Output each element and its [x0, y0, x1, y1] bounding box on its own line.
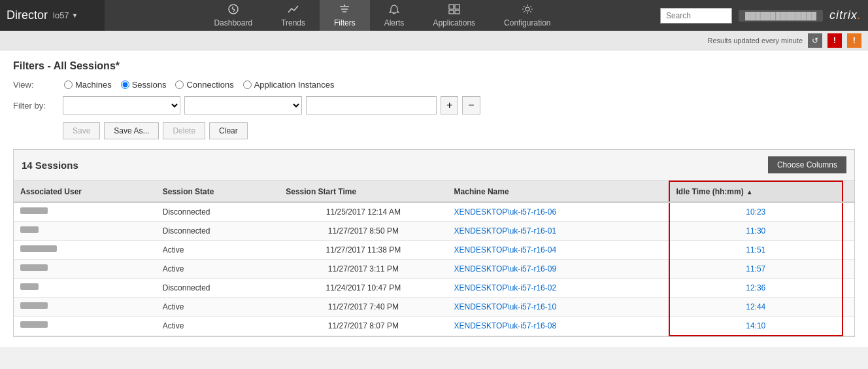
alert-red-button[interactable]: ! — [827, 33, 842, 48]
cell-idle-time: 10:23 — [669, 202, 843, 222]
cell-spacer — [843, 241, 854, 260]
nav-label-filters: Filters — [334, 18, 356, 27]
refresh-button[interactable]: ↺ — [808, 33, 822, 48]
cell-machine[interactable]: XENDESKTOP\uk-i57-r16-01 — [448, 222, 669, 241]
cell-start-time: 11/27/2017 8:07 PM — [279, 317, 447, 336]
cell-session-state: Disconnected — [156, 222, 279, 241]
col-idle-time[interactable]: Idle Time (hh:mm)▲ — [669, 181, 843, 202]
brand-title: Director — [7, 9, 48, 22]
save-as-button[interactable]: Save As... — [104, 122, 159, 139]
col-spacer — [843, 181, 854, 202]
nav-items: Dashboard Trends Filters Alerts Applicat… — [105, 0, 660, 31]
cell-session-state: Disconnected — [156, 202, 279, 222]
radio-sessions[interactable] — [121, 80, 129, 89]
table-row: ██████ Active 11/27/2017 8:07 PM XENDESK… — [14, 317, 854, 336]
nav-item-configuration[interactable]: Configuration — [490, 0, 565, 31]
alert-orange-button[interactable]: ! — [847, 33, 861, 48]
view-option-app-instances[interactable]: Application Instances — [243, 80, 335, 90]
col-associated-user: Associated User — [14, 181, 156, 202]
cell-machine[interactable]: XENDESKTOP\uk-i57-r16-02 — [448, 279, 669, 298]
machine-link[interactable]: XENDESKTOP\uk-i57-r16-06 — [454, 207, 557, 217]
filterby-dropdown1[interactable] — [63, 96, 180, 114]
view-option-connections[interactable]: Connections — [175, 80, 233, 90]
nav-user: ██████████████ — [739, 10, 823, 22]
cell-user: ████ — [14, 222, 156, 241]
table-row: ████ Disconnected 11/27/2017 8:50 PM XEN… — [14, 222, 854, 241]
nav-item-alerts[interactable]: Alerts — [370, 0, 419, 31]
radio-app-instances[interactable] — [243, 80, 252, 89]
add-filter-button[interactable]: + — [441, 96, 458, 114]
machine-link[interactable]: XENDESKTOP\uk-i57-r16-10 — [454, 302, 557, 311]
cell-machine[interactable]: XENDESKTOP\uk-i57-r16-09 — [448, 260, 669, 279]
cell-spacer — [843, 298, 854, 317]
cell-machine[interactable]: XENDESKTOP\uk-i57-r16-06 — [448, 202, 669, 222]
cell-spacer — [843, 222, 854, 241]
cell-machine[interactable]: XENDESKTOP\uk-i57-r16-10 — [448, 298, 669, 317]
cell-idle-time: 14:10 — [669, 317, 843, 336]
radio-connections[interactable] — [175, 80, 184, 89]
save-button[interactable]: Save — [63, 122, 100, 139]
machine-link[interactable]: XENDESKTOP\uk-i57-r16-01 — [454, 226, 557, 236]
radio-machines-label: Machines — [75, 80, 112, 90]
cell-machine[interactable]: XENDESKTOP\uk-i57-r16-04 — [448, 241, 669, 260]
cell-machine[interactable]: XENDESKTOP\uk-i57-r16-08 — [448, 317, 669, 336]
cell-session-state: Disconnected — [156, 279, 279, 298]
brand-site: lo57 — [53, 10, 69, 20]
nav-label-trends: Trends — [281, 18, 305, 27]
cell-user: ██████ — [14, 298, 156, 317]
filterby-dropdown2[interactable] — [184, 96, 302, 114]
sort-arrow-idle: ▲ — [746, 188, 753, 196]
machine-link[interactable]: XENDESKTOP\uk-i57-r16-08 — [454, 321, 557, 330]
radio-sessions-label: Sessions — [132, 80, 167, 90]
nav-item-filters[interactable]: Filters — [320, 0, 370, 31]
choose-columns-button[interactable]: Choose Columns — [768, 156, 846, 173]
nav-search[interactable] — [660, 8, 732, 24]
col-machine-name: Machine Name — [448, 181, 669, 202]
cell-start-time: 11/27/2017 7:40 PM — [279, 298, 447, 317]
delete-button[interactable]: Delete — [163, 122, 205, 139]
svg-point-9 — [526, 7, 529, 11]
view-option-sessions[interactable]: Sessions — [121, 80, 167, 90]
remove-filter-button[interactable]: − — [462, 96, 480, 114]
table-row: ██████ Active 11/27/2017 3:11 PM XENDESK… — [14, 260, 854, 279]
nav-item-trends[interactable]: Trends — [267, 0, 320, 31]
nav-item-dashboard[interactable]: Dashboard — [199, 0, 267, 31]
brand-dropdown-icon[interactable]: ▼ — [72, 12, 78, 19]
table-row: ████ Disconnected 11/24/2017 10:47 PM XE… — [14, 279, 854, 298]
cell-spacer — [843, 279, 854, 298]
cell-spacer — [843, 317, 854, 336]
page-title: Filters - All Sessions* — [13, 60, 855, 72]
cell-idle-time: 11:57 — [669, 260, 843, 279]
svg-rect-8 — [455, 10, 459, 14]
clear-button[interactable]: Clear — [209, 122, 248, 139]
radio-machines[interactable] — [64, 80, 73, 89]
view-option-machines[interactable]: Machines — [64, 80, 112, 90]
machine-link[interactable]: XENDESKTOP\uk-i57-r16-09 — [454, 264, 557, 273]
search-input[interactable] — [660, 8, 732, 24]
cell-spacer — [843, 260, 854, 279]
cell-user: ██████ — [14, 260, 156, 279]
top-navigation: Director lo57 ▼ Dashboard Trends Filters — [0, 0, 868, 31]
view-label: View: — [13, 80, 59, 90]
cell-user: ████████ — [14, 241, 156, 260]
nav-label-applications: Applications — [433, 18, 475, 27]
nav-label-dashboard: Dashboard — [214, 18, 252, 27]
table-row: ████████ Active 11/27/2017 11:38 PM XEND… — [14, 241, 854, 260]
action-row: Save Save As... Delete Clear — [63, 122, 855, 139]
citrix-logo: citrix. — [829, 9, 861, 22]
cell-idle-time: 11:51 — [669, 241, 843, 260]
nav-item-applications[interactable]: Applications — [418, 0, 490, 31]
table-row: ██████ Disconnected 11/25/2017 12:14 AM … — [14, 202, 854, 222]
view-row: View: Machines Sessions Connections Appl… — [13, 80, 855, 90]
machine-link[interactable]: XENDESKTOP\uk-i57-r16-04 — [454, 245, 557, 255]
nav-brand[interactable]: Director lo57 ▼ — [0, 0, 105, 31]
data-table: Associated User Session State Session St… — [14, 181, 854, 336]
alerts-icon — [388, 4, 400, 17]
col-session-state: Session State — [156, 181, 279, 202]
cell-user: ██████ — [14, 202, 156, 222]
table-section: 14 Sessions Choose Columns Associated Us… — [13, 149, 855, 337]
cell-session-state: Active — [156, 260, 279, 279]
main-content: Filters - All Sessions* View: Machines S… — [0, 50, 868, 347]
machine-link[interactable]: XENDESKTOP\uk-i57-r16-02 — [454, 283, 557, 292]
filterby-text[interactable] — [306, 96, 437, 114]
